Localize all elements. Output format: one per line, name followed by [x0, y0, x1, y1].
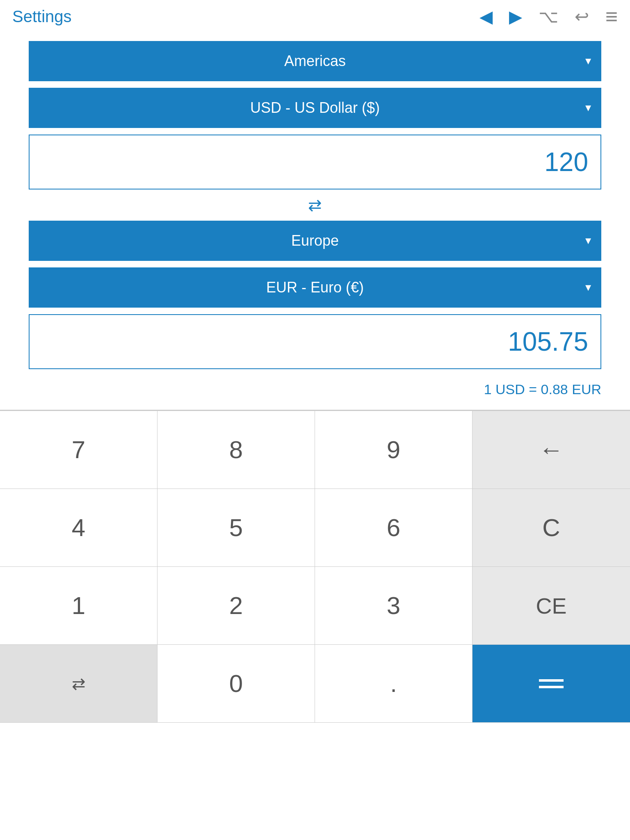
- header-icons: ◀ ▶ ⌥ ↩ ≡: [479, 4, 618, 29]
- back-icon[interactable]: ↩: [575, 7, 589, 27]
- amount-to-input[interactable]: [29, 314, 601, 369]
- equals-key[interactable]: [472, 645, 630, 723]
- key-5[interactable]: 5: [158, 489, 315, 567]
- amount-from-container: [29, 135, 601, 189]
- next-icon[interactable]: ▶: [509, 7, 522, 27]
- currency-from-dropdown[interactable]: USD - US Dollar ($) ▼: [29, 88, 601, 128]
- region-to-dropdown[interactable]: Europe ▼: [29, 221, 601, 261]
- key-7[interactable]: 7: [0, 411, 158, 489]
- equals-icon: [539, 679, 564, 688]
- key-9[interactable]: 9: [315, 411, 472, 489]
- chevron-down-icon: ▼: [583, 102, 593, 114]
- settings-link[interactable]: Settings: [12, 7, 72, 26]
- key-2[interactable]: 2: [158, 567, 315, 645]
- currency-to-dropdown[interactable]: EUR - Euro (€) ▼: [29, 267, 601, 308]
- clear-key[interactable]: C: [472, 489, 630, 567]
- exchange-rate-label: 1 USD = 0.88 EUR: [29, 369, 601, 410]
- option-icon[interactable]: ⌥: [539, 7, 558, 27]
- key-6[interactable]: 6: [315, 489, 472, 567]
- chevron-down-icon: ▼: [583, 55, 593, 67]
- swap-container: ⇄: [29, 189, 601, 221]
- menu-icon[interactable]: ≡: [605, 4, 618, 29]
- amount-from-input[interactable]: [29, 135, 601, 189]
- ce-key[interactable]: CE: [472, 567, 630, 645]
- swap-direction-icon[interactable]: ⇄: [308, 196, 322, 215]
- amount-to-container: [29, 314, 601, 369]
- chevron-down-icon: ▼: [583, 235, 593, 247]
- region-from-dropdown[interactable]: Americas ▼: [29, 41, 601, 81]
- converter-area: Americas ▼ USD - US Dollar ($) ▼ ⇄ Europ…: [0, 33, 630, 410]
- prev-icon[interactable]: ◀: [479, 7, 493, 27]
- numpad: 7 8 9 ← 4 5 6 C 1 2 3 CE ⇄ 0 .: [0, 411, 630, 723]
- key-8[interactable]: 8: [158, 411, 315, 489]
- backspace-key[interactable]: ←: [472, 411, 630, 489]
- key-0[interactable]: 0: [158, 645, 315, 723]
- key-3[interactable]: 3: [315, 567, 472, 645]
- swap-key[interactable]: ⇄: [0, 645, 158, 723]
- key-dot[interactable]: .: [315, 645, 472, 723]
- key-4[interactable]: 4: [0, 489, 158, 567]
- chevron-down-icon: ▼: [583, 282, 593, 293]
- header: Settings ◀ ▶ ⌥ ↩ ≡: [0, 0, 630, 33]
- swap-numpad-icon: ⇄: [72, 674, 86, 693]
- key-1[interactable]: 1: [0, 567, 158, 645]
